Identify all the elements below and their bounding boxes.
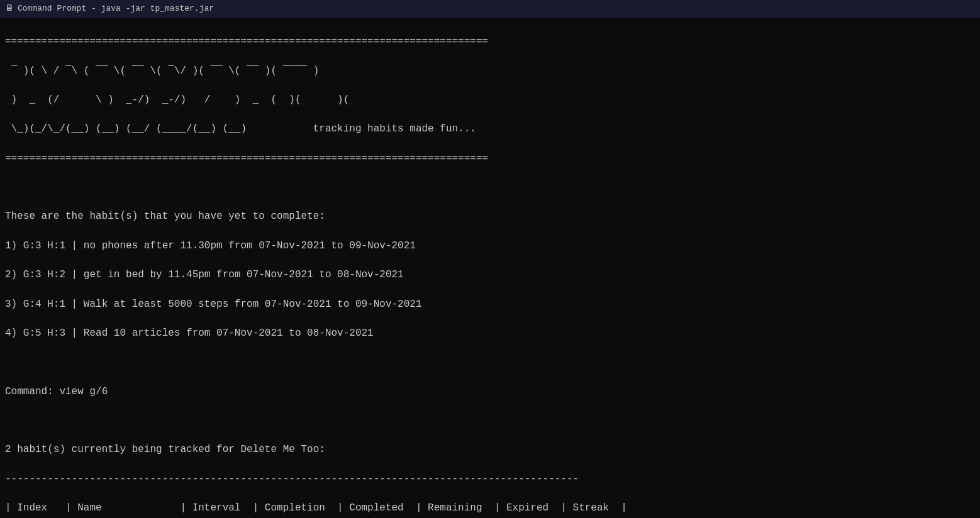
habit-3: 3) G:4 H:1 | Walk at least 5000 steps fr… (5, 297, 975, 312)
separator-bottom: ========================================… (5, 152, 975, 166)
habit-2: 2) G:3 H:2 | get in bed by 11.45pm from … (5, 268, 975, 282)
command-input: Command: view g/6 (5, 385, 975, 399)
tracking-header: 2 habit(s) currently being tracked for D… (5, 443, 975, 457)
habits-header: These are the habit(s) that you have yet… (5, 209, 975, 224)
habit-1: 1) G:3 H:1 | no phones after 11.30pm fro… (5, 239, 975, 253)
title-bar-icon: 🖥 (5, 3, 14, 15)
separator-top: ========================================… (5, 35, 975, 49)
blank-3 (5, 414, 975, 428)
blank-2 (5, 355, 975, 370)
ascii-line1: ¯ )( \ / ¯\ ( ¯¯ \( ¯¯ \( ¯\/ )( ¯¯ \( ¯… (5, 64, 975, 79)
table-sep-1: ----------------------------------------… (5, 472, 975, 487)
title-bar-text: Command Prompt - java -jar tp_master.jar (18, 3, 214, 14)
console-output: ========================================… (0, 18, 980, 518)
table-header: | Index | Name | Interval | Completion |… (5, 501, 975, 515)
title-bar: 🖥 Command Prompt - java -jar tp_master.j… (0, 0, 980, 18)
habit-4: 4) G:5 H:3 | Read 10 articles from 07-No… (5, 326, 975, 341)
ascii-line2: ) _ (/ \ ) _-/) _-/) / ) _ ( )( )( (5, 93, 975, 107)
blank-1 (5, 180, 975, 195)
ascii-line3: \_)(_/\_/(__) (__) (__/ (____/(__) (__) … (5, 122, 975, 136)
